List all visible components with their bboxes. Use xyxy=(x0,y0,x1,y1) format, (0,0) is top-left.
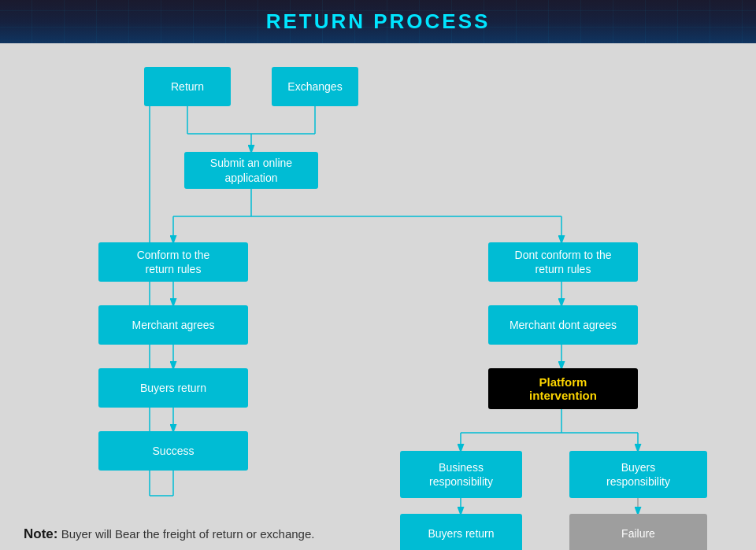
buyers-resp-box: Buyers responsibility xyxy=(569,451,707,498)
failure-box: Failure xyxy=(569,514,707,550)
header-title: RETURN PROCESS xyxy=(266,9,491,34)
conform-box: Conform to the return rules xyxy=(98,242,248,282)
buyers-return-right-box: Buyers return xyxy=(400,514,522,550)
merchant-dont-box: Merchant dont agrees xyxy=(488,305,638,345)
platform-box: Platform intervention xyxy=(488,368,638,409)
dont-conform-box: Dont conform to the return rules xyxy=(488,242,638,282)
main-content: Return Exchanges Submit an online applic… xyxy=(0,43,756,550)
buyers-return-left-box: Buyers return xyxy=(98,368,248,408)
note-label: Note: xyxy=(24,526,57,541)
success-box: Success xyxy=(98,431,248,471)
exchanges-box: Exchanges xyxy=(272,67,358,106)
note-section: Note: Buyer will Bear the freight of ret… xyxy=(24,526,314,542)
header: RETURN PROCESS xyxy=(0,0,756,43)
business-resp-box: Business responsibility xyxy=(400,451,522,498)
return-box: Return xyxy=(144,67,231,106)
merchant-agrees-box: Merchant agrees xyxy=(98,305,248,345)
note-text: Buyer will Bear the freight of return or… xyxy=(61,527,315,541)
submit-box: Submit an online application xyxy=(184,152,318,189)
